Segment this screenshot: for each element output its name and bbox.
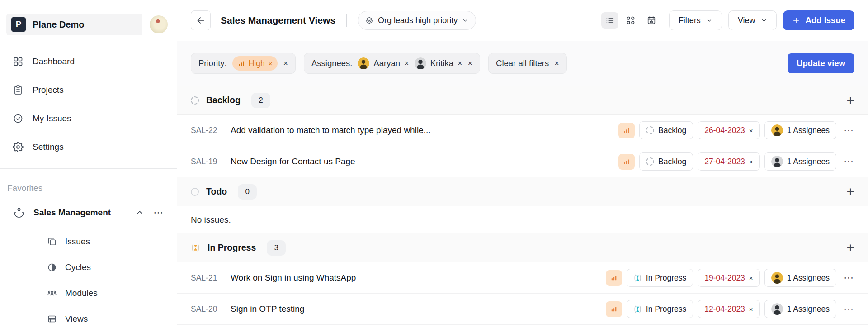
assignee-chip-kritika[interactable]: Kritika × <box>415 57 462 69</box>
group-header-todo: Todo 0 + <box>177 177 868 206</box>
state-label: In Progress <box>646 273 686 283</box>
chevron-up-icon[interactable] <box>135 208 144 217</box>
group-count-badge: 3 <box>267 240 286 256</box>
filters-button-label: Filters <box>679 16 701 25</box>
sidebar-project-sales-management[interactable]: Sales Management ⋯ <box>0 200 177 226</box>
issue-title: Add validation to match to match type pl… <box>231 125 431 135</box>
topbar-actions: Filters View Add Issue <box>601 10 854 30</box>
remove-assignees-filter-icon[interactable]: × <box>468 59 473 67</box>
workspace-logo: P <box>11 17 26 32</box>
due-date: 19-04-2023 <box>704 273 745 283</box>
due-date-button[interactable]: 27-04-2023 × <box>698 152 760 171</box>
remove-date-icon[interactable]: × <box>749 274 753 282</box>
update-view-button[interactable]: Update view <box>788 53 854 73</box>
sidebar-item-cycles[interactable]: Cycles <box>0 254 177 280</box>
priority-button[interactable] <box>606 301 622 317</box>
issue-row[interactable]: SAL-20 Sign in OTP testing In Progress 1… <box>177 294 868 325</box>
assignee-chip-aaryan[interactable]: Aaryan × <box>358 57 409 69</box>
user-avatar[interactable] <box>150 15 168 33</box>
sidebar-item-my-issues[interactable]: My Issues <box>6 104 170 133</box>
sidebar-item-issues[interactable]: Issues <box>0 228 177 254</box>
issue-more-icon[interactable]: ⋯ <box>844 125 854 135</box>
avatar-kritika <box>771 156 783 167</box>
issue-more-icon[interactable]: ⋯ <box>844 304 854 314</box>
remove-assignee-kritika-icon[interactable]: × <box>458 59 462 67</box>
priority-button[interactable] <box>618 123 635 138</box>
sidebar-item-projects[interactable]: Projects <box>6 76 170 104</box>
in-progress-state-icon <box>633 274 642 282</box>
layout-switcher <box>601 12 660 29</box>
remove-date-icon[interactable]: × <box>749 305 753 313</box>
assignees-button[interactable]: 1 Assignees <box>764 269 836 287</box>
backlog-state-icon <box>646 157 654 166</box>
todo-state-icon <box>191 188 199 196</box>
issue-row[interactable]: SAL-19 New Design for Contact us Page Ba… <box>177 146 868 177</box>
state-button[interactable]: In Progress <box>627 300 693 318</box>
priority-filter-group: Priority: High × × <box>191 53 296 74</box>
avatar-kritika <box>415 57 426 69</box>
remove-date-icon[interactable]: × <box>749 127 753 134</box>
priority-filter-label: Priority: <box>198 58 227 68</box>
projects-icon <box>13 85 24 95</box>
add-issue-to-group-icon[interactable]: + <box>846 94 854 107</box>
priority-chip-label: High <box>249 59 265 68</box>
remove-date-icon[interactable]: × <box>749 158 753 166</box>
priority-bars-icon <box>610 274 618 281</box>
issue-row[interactable]: SAL-22 Add validation to match to match … <box>177 115 868 146</box>
issue-more-icon[interactable]: ⋯ <box>844 273 854 283</box>
due-date-button[interactable]: 12-04-2023 × <box>698 300 760 318</box>
due-date-button[interactable]: 26-04-2023 × <box>698 121 760 139</box>
sidebar-item-dashboard[interactable]: Dashboard <box>6 47 170 76</box>
state-button[interactable]: In Progress <box>627 269 693 287</box>
sidebar-item-modules[interactable]: Modules <box>0 280 177 306</box>
priority-high-chip[interactable]: High × <box>232 56 278 71</box>
sub-item-label: Modules <box>65 288 98 298</box>
add-issue-to-group-icon[interactable]: + <box>846 185 854 199</box>
group-header-backlog: Backlog 2 + <box>177 86 868 115</box>
state-button[interactable]: Backlog <box>639 152 693 171</box>
group-name: Backlog <box>206 95 241 105</box>
view-button-label: View <box>738 16 755 25</box>
users-icon <box>47 288 57 298</box>
priority-bars-icon <box>623 158 630 165</box>
remove-priority-filter-icon[interactable]: × <box>283 59 288 67</box>
assignees-button[interactable]: 1 Assignees <box>764 152 836 171</box>
sidebar-item-label: Projects <box>33 85 64 95</box>
workspace-switcher[interactable]: P Plane Demo <box>6 14 142 35</box>
backlog-state-icon <box>646 126 654 134</box>
priority-button[interactable] <box>606 270 622 286</box>
remove-assignee-aaryan-icon[interactable]: × <box>404 59 409 67</box>
main-area: Sales Management Views Org leads high pr… <box>177 0 868 333</box>
assignees-button[interactable]: 1 Assignees <box>764 121 836 139</box>
view-selector-dropdown[interactable]: Org leads high priority <box>358 11 476 30</box>
view-button[interactable]: View <box>728 10 777 30</box>
calendar-view-button[interactable] <box>643 12 660 29</box>
kanban-view-button[interactable] <box>622 12 639 29</box>
due-date-button[interactable]: 19-04-2023 × <box>698 269 760 287</box>
chevron-down-icon <box>761 17 767 24</box>
project-more-icon[interactable]: ⋯ <box>153 208 164 218</box>
list-view-button[interactable] <box>601 12 618 29</box>
state-label: Backlog <box>658 157 686 166</box>
avatar-aaryan <box>771 272 783 284</box>
issue-more-icon[interactable]: ⋯ <box>844 157 854 166</box>
issue-id: SAL-20 <box>191 304 224 314</box>
clear-all-filters[interactable]: Clear all filters × <box>488 53 567 74</box>
state-button[interactable]: Backlog <box>639 121 693 139</box>
add-issue-label: Add Issue <box>806 15 845 25</box>
sidebar-item-label: My Issues <box>33 114 71 124</box>
back-button[interactable] <box>191 10 211 30</box>
add-issue-button[interactable]: Add Issue <box>783 10 854 30</box>
sidebar-item-settings[interactable]: Settings <box>6 133 170 161</box>
issue-row[interactable]: SAL-21 Work on Sign in using WhatsApp In… <box>177 262 868 294</box>
assignees-button[interactable]: 1 Assignees <box>764 300 836 318</box>
assignees-filter-label: Assignees: <box>311 58 353 68</box>
sidebar-item-views[interactable]: Views <box>0 306 177 332</box>
filters-button[interactable]: Filters <box>669 10 722 30</box>
priority-button[interactable] <box>618 154 635 170</box>
view-selector-value: Org leads high priority <box>378 16 458 25</box>
add-issue-to-group-icon[interactable]: + <box>846 241 854 255</box>
anchor-icon <box>14 207 24 218</box>
remove-priority-high-icon[interactable]: × <box>269 60 273 67</box>
assignee-name: Kritika <box>430 58 453 68</box>
